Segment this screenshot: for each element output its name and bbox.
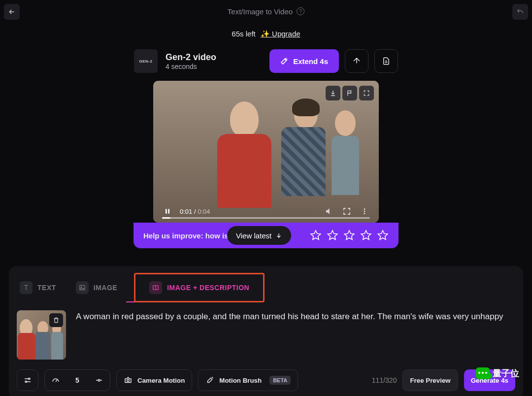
seek-bar[interactable] [162, 217, 370, 219]
motion-brush-label: Motion Brush [219, 377, 262, 384]
time-left-label: 65s left [232, 30, 255, 38]
brush-icon [205, 376, 214, 385]
delete-image-button[interactable] [49, 313, 63, 327]
more-button[interactable] [359, 206, 370, 217]
keyframe-icon [88, 370, 110, 391]
trash-icon [53, 317, 60, 324]
star-3[interactable] [343, 230, 355, 241]
video-content [153, 81, 379, 223]
tab-text[interactable]: TEXT [17, 276, 59, 299]
upgrade-link[interactable]: ✨ Upgrade [261, 30, 300, 38]
tab-text-label: TEXT [37, 284, 56, 292]
watermark: 量子位 [476, 367, 519, 379]
star-2[interactable] [327, 230, 338, 241]
arrow-down-icon [275, 232, 282, 239]
star-4[interactable] [360, 230, 372, 241]
seek-progress [162, 217, 170, 219]
undo-button[interactable] [512, 4, 528, 20]
magic-wand-icon [280, 57, 288, 65]
svg-point-11 [127, 380, 130, 382]
document-icon [382, 57, 391, 66]
star-1[interactable] [310, 230, 322, 241]
image-desc-icon [149, 281, 162, 294]
svg-rect-0 [166, 209, 167, 213]
download-icon [330, 90, 336, 97]
view-latest-button[interactable]: View latest [227, 226, 291, 245]
fullscreen-icon [342, 207, 351, 216]
tab-image-label: IMAGE [94, 284, 117, 292]
prompt-text[interactable]: A woman in red passed by a couple, and t… [76, 310, 503, 360]
motion-brush-button[interactable]: Motion Brush BETA [198, 369, 298, 391]
svg-point-2 [364, 208, 366, 210]
flag-button[interactable] [342, 86, 357, 100]
svg-point-9 [26, 381, 27, 383]
input-panel: TEXT IMAGE IMAGE + DESCRIPTION A woman i… [9, 266, 523, 396]
reference-image[interactable] [17, 310, 66, 360]
fullscreen-button[interactable] [341, 206, 352, 217]
undo-icon [516, 8, 524, 16]
camera-motion-label: Camera Motion [137, 377, 185, 384]
current-time: 0:01 [180, 208, 192, 215]
view-latest-label: View latest [236, 231, 271, 240]
free-preview-button[interactable]: Free Preview [402, 369, 458, 391]
help-icon[interactable]: ? [297, 7, 304, 15]
free-preview-label: Free Preview [410, 377, 450, 384]
wechat-icon [476, 367, 490, 379]
image-icon [76, 281, 89, 294]
volume-button[interactable] [324, 206, 334, 217]
more-vert-icon [360, 207, 369, 216]
document-button[interactable] [374, 49, 398, 73]
svg-point-8 [29, 378, 30, 380]
volume-icon [325, 207, 333, 216]
gauge-icon [45, 370, 66, 391]
model-badge: GEN-2 [134, 49, 158, 73]
beta-badge: BETA [269, 376, 291, 385]
camera-motion-button[interactable]: Camera Motion [116, 369, 192, 391]
char-counter: 111/320 [372, 376, 397, 384]
watermark-text: 量子位 [493, 367, 519, 379]
share-button[interactable] [345, 49, 368, 73]
duration-value: 5 [66, 370, 88, 391]
share-icon [352, 57, 361, 66]
feedback-bar: Help us improve: how is View latest [133, 223, 399, 248]
tab-image[interactable]: IMAGE [73, 276, 120, 299]
download-button[interactable] [326, 86, 340, 100]
back-button[interactable] [4, 4, 20, 20]
camera-motion-icon [124, 376, 133, 385]
tab-image-description[interactable]: IMAGE + DESCRIPTION [134, 273, 265, 302]
text-icon [20, 281, 33, 294]
duration-stepper[interactable]: 5 [44, 369, 110, 391]
timecode: 0:01 / 0:04 [180, 208, 210, 215]
flag-icon [346, 90, 353, 97]
svg-point-3 [364, 211, 366, 212]
svg-point-4 [364, 213, 366, 214]
video-player[interactable]: 0:01 / 0:04 [153, 81, 379, 223]
star-5[interactable] [377, 230, 389, 241]
feedback-prompt: Help us improve: how is [143, 231, 229, 240]
video-title: Gen-2 video [166, 52, 216, 63]
svg-point-10 [98, 379, 100, 381]
extend-button[interactable]: Extend 4s [269, 49, 339, 73]
total-duration: 0:04 [198, 208, 210, 215]
svg-rect-1 [168, 209, 169, 213]
extend-label: Extend 4s [293, 57, 328, 66]
arrow-left-icon [8, 8, 16, 16]
sliders-icon [23, 376, 32, 385]
expand-icon [363, 90, 370, 97]
svg-point-6 [81, 287, 82, 288]
tab-image-desc-label: IMAGE + DESCRIPTION [167, 284, 249, 292]
settings-button[interactable] [17, 369, 38, 391]
pause-button[interactable] [162, 206, 173, 217]
pause-icon [164, 207, 171, 215]
video-duration-label: 4 seconds [166, 63, 216, 70]
expand-button[interactable] [359, 86, 374, 100]
page-title: Text/Image to Video [228, 7, 293, 16]
